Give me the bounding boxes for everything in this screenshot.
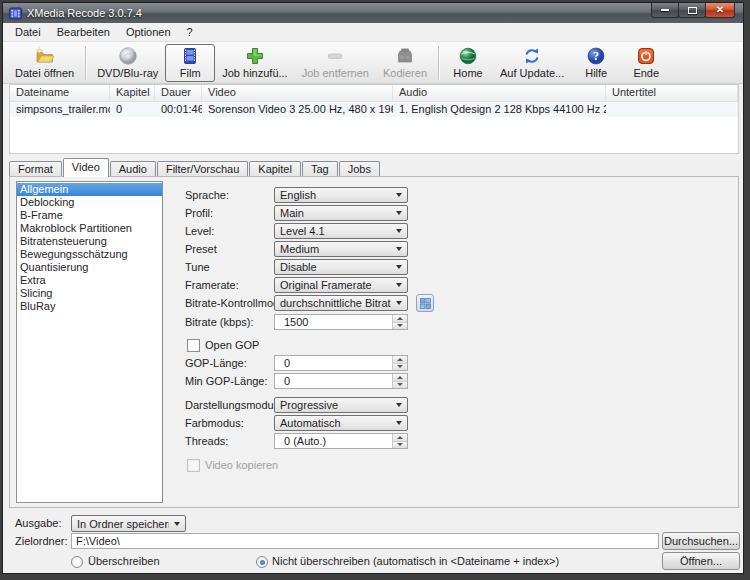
spinner-up-icon[interactable]: [393, 356, 407, 364]
window-title: XMedia Recode 3.0.7.4: [27, 7, 142, 19]
column-header-audio[interactable]: Audio: [393, 85, 606, 101]
threads-spinner[interactable]: 0 (Auto.): [274, 433, 408, 449]
section-makroblock-partitionen[interactable]: Makroblock Partitionen: [17, 222, 162, 235]
encode-button[interactable]: Kodieren: [376, 44, 434, 82]
toolbar-separator: [85, 46, 86, 80]
column-header-untertitel[interactable]: Untertitel: [606, 85, 738, 101]
cell-untertitel: [606, 102, 738, 117]
film-button[interactable]: Film: [165, 44, 215, 82]
column-header-video[interactable]: Video: [202, 85, 393, 101]
nicht-ueberschreiben-radio[interactable]: [256, 556, 268, 568]
spinner-down-icon[interactable]: [393, 323, 407, 330]
chevron-down-icon: [391, 247, 407, 251]
toolbar: Datei öffnen DVD/Blu-ray Film: [3, 42, 743, 84]
section-quantisierung[interactable]: Quantisierung: [17, 261, 162, 274]
file-list: Dateiname Kapitel Dauer Video Audio Unte…: [9, 84, 739, 154]
section-bewegungsschaetzung[interactable]: Bewegungsschätzung: [17, 248, 162, 261]
tab-video[interactable]: Video: [63, 158, 109, 177]
section-list: Allgemein Deblocking B-Frame Makroblock …: [16, 181, 163, 503]
section-bitratensteuerung[interactable]: Bitratensteuerung: [17, 235, 162, 248]
section-slicing[interactable]: Slicing: [17, 287, 162, 300]
close-button[interactable]: ✕: [705, 3, 735, 18]
tune-dropdown[interactable]: Disable: [274, 259, 408, 275]
tab-jobs[interactable]: Jobs: [339, 161, 380, 177]
update-button[interactable]: Auf Update...: [493, 44, 571, 82]
disc-icon: [118, 46, 138, 66]
chevron-down-icon: [391, 193, 407, 197]
toolbar-separator: [438, 46, 439, 80]
column-header-dauer[interactable]: Dauer: [155, 85, 202, 101]
cell-dateiname: simpsons_trailer.mov: [10, 102, 110, 117]
tab-tag[interactable]: Tag: [302, 161, 338, 177]
grid-icon: [420, 298, 431, 309]
menu-bearbeiten[interactable]: Bearbeiten: [49, 24, 118, 40]
cell-video: Sorenson Video 3 25.00 Hz, 480 x 196 (2.…: [202, 102, 393, 117]
tab-format[interactable]: Format: [9, 161, 62, 177]
chevron-down-icon: [169, 522, 185, 526]
spinner-down-icon[interactable]: [393, 364, 407, 371]
encode-icon: [395, 46, 415, 66]
table-row[interactable]: simpsons_trailer.mov 0 00:01:46 Sorenson…: [10, 102, 738, 117]
menu-hilfe[interactable]: ?: [179, 24, 201, 40]
globe-icon: [458, 46, 478, 66]
framerate-dropdown[interactable]: Original Framerate: [274, 277, 408, 293]
maximize-icon: [688, 7, 697, 14]
section-extra[interactable]: Extra: [17, 274, 162, 287]
dvd-bluray-button[interactable]: DVD/Blu-ray: [90, 44, 165, 82]
add-job-button[interactable]: Job hinzufü...: [215, 44, 294, 82]
zielordner-input[interactable]: [71, 533, 659, 549]
tab-filter-vorschau[interactable]: Filter/Vorschau: [157, 161, 248, 177]
exit-button[interactable]: Ende: [621, 44, 671, 82]
remove-job-button[interactable]: Job entfernen: [295, 44, 376, 82]
maximize-button[interactable]: [678, 3, 706, 18]
help-icon: ?: [586, 46, 606, 66]
chevron-down-icon: [391, 421, 407, 425]
bitrate-kontrollmodus-dropdown[interactable]: durchschnittliche Bitrate: [274, 295, 408, 311]
ausgabe-dropdown[interactable]: In Ordner speichern: [71, 515, 186, 532]
spinner-up-icon[interactable]: [393, 434, 407, 442]
column-header-kapitel[interactable]: Kapitel: [110, 85, 155, 101]
gop-laenge-spinner[interactable]: 0: [274, 355, 408, 371]
home-button[interactable]: Home: [443, 44, 493, 82]
tab-audio[interactable]: Audio: [110, 161, 156, 177]
minimize-button[interactable]: [651, 3, 679, 18]
spinner-down-icon[interactable]: [393, 382, 407, 389]
refresh-icon: [522, 46, 542, 66]
oeffnen-button[interactable]: Öffnen...: [662, 552, 740, 570]
zielordner-label: Zielordner:: [15, 535, 68, 547]
cell-dauer: 00:01:46: [155, 102, 202, 117]
svg-text:?: ?: [593, 50, 599, 62]
menu-datei[interactable]: Datei: [7, 24, 49, 40]
darstellungsmodus-dropdown[interactable]: Progressive: [274, 397, 408, 413]
sprache-dropdown[interactable]: English: [274, 187, 408, 203]
preset-dropdown[interactable]: Medium: [274, 241, 408, 257]
tab-kapitel[interactable]: Kapitel: [249, 161, 301, 177]
power-icon: [636, 46, 656, 66]
video-kopieren-checkbox[interactable]: [187, 459, 200, 472]
section-bluray[interactable]: BluRay: [17, 300, 162, 313]
spinner-up-icon[interactable]: [393, 374, 407, 382]
spinner-up-icon[interactable]: [393, 315, 407, 323]
chevron-down-icon: [391, 403, 407, 407]
section-deblocking[interactable]: Deblocking: [17, 196, 162, 209]
bitrate-settings-button[interactable]: [416, 294, 434, 312]
section-b-frame[interactable]: B-Frame: [17, 209, 162, 222]
bitrate-spinner[interactable]: 1500: [274, 314, 408, 330]
column-header-dateiname[interactable]: Dateiname: [10, 85, 110, 101]
spinner-down-icon[interactable]: [393, 442, 407, 449]
cell-kapitel: 0: [110, 102, 155, 117]
open-file-button[interactable]: Datei öffnen: [8, 44, 81, 82]
help-button[interactable]: ? Hilfe: [571, 44, 621, 82]
level-dropdown[interactable]: Level 4.1: [274, 223, 408, 239]
video-tab-panel: Allgemein Deblocking B-Frame Makroblock …: [9, 176, 739, 508]
profil-dropdown[interactable]: Main: [274, 205, 408, 221]
ueberschreiben-radio[interactable]: [71, 556, 83, 568]
menu-optionen[interactable]: Optionen: [118, 24, 179, 40]
section-allgemein[interactable]: Allgemein: [17, 183, 162, 196]
min-gop-laenge-spinner[interactable]: 0: [274, 373, 408, 389]
durchsuchen-button[interactable]: Durchsuchen...: [662, 532, 740, 550]
open-gop-checkbox[interactable]: [187, 339, 200, 352]
ueberschreiben-label: Überschreiben: [88, 555, 160, 567]
chevron-down-icon: [391, 211, 407, 215]
farbmodus-dropdown[interactable]: Automatisch: [274, 415, 408, 431]
